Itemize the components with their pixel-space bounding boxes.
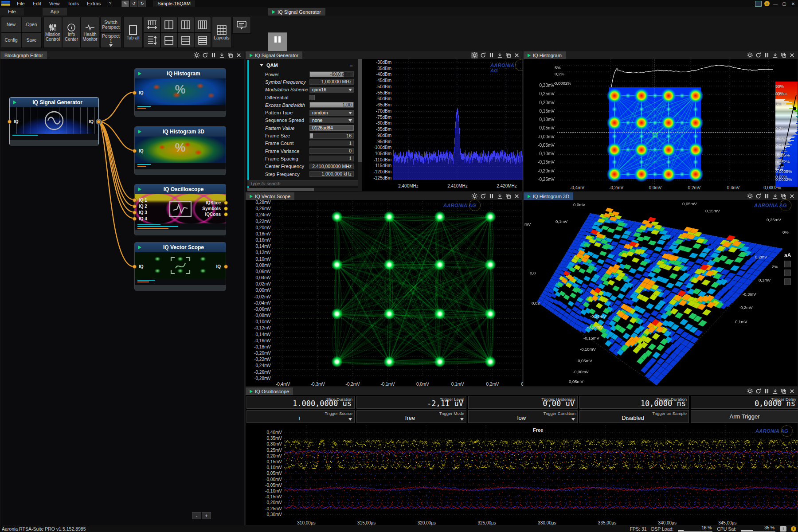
- tab-iq-oscilloscope[interactable]: IQ Oscilloscope: [246, 387, 293, 395]
- port-iqslice-out[interactable]: [224, 201, 228, 205]
- setting-control-excess-bandwidth[interactable]: 1,00: [309, 102, 354, 108]
- play-icon[interactable]: [138, 72, 141, 75]
- setting-control-frame-spacing[interactable]: 1: [309, 156, 354, 161]
- export-icon[interactable]: [496, 193, 503, 200]
- pause-icon[interactable]: [763, 52, 770, 59]
- screen-info-icon[interactable]: [755, 1, 762, 7]
- arm-trigger-button[interactable]: Arm Trigger: [691, 410, 798, 423]
- layout-list-rows-button[interactable]: [194, 32, 211, 48]
- open-button[interactable]: Open: [21, 17, 42, 32]
- settings-icon[interactable]: [471, 193, 478, 200]
- settings-icon[interactable]: [746, 52, 753, 59]
- notification-icon[interactable]: i: [791, 526, 796, 532]
- duplicate-icon[interactable]: [780, 52, 787, 59]
- settings-icon[interactable]: [746, 193, 753, 200]
- field-trigger-delay[interactable]: Trigger Delay0,0000 ns: [691, 396, 798, 409]
- view-tool-icon[interactable]: [784, 270, 791, 276]
- field-trigger-source[interactable]: Trigger Sourcei: [246, 410, 355, 423]
- port-iq-in[interactable]: [8, 120, 12, 124]
- duplicate-icon[interactable]: [780, 193, 787, 200]
- setting-control-pattern-value[interactable]: 0126ad84: [309, 125, 354, 131]
- undo-icon[interactable]: ↺: [130, 0, 137, 7]
- close-icon[interactable]: [788, 193, 795, 200]
- search-input[interactable]: Type to search: [247, 180, 359, 186]
- cursor-vertical[interactable]: [654, 59, 654, 184]
- field-trigger-mode[interactable]: Trigger Modefree: [356, 410, 466, 423]
- cursor-horizontal[interactable]: [557, 132, 774, 133]
- new-button[interactable]: New: [1, 17, 21, 32]
- oscilloscope-plot[interactable]: [284, 425, 798, 519]
- tab-blockgraph-editor[interactable]: Blockgraph Editor: [0, 51, 47, 59]
- setting-control-power[interactable]: -60,0 dBm: [309, 71, 354, 77]
- port-iqcons-out[interactable]: [224, 212, 228, 216]
- duplicate-icon[interactable]: [505, 52, 512, 59]
- reload-icon[interactable]: [755, 193, 762, 200]
- health-monitor-button[interactable]: Health Monitor: [81, 17, 99, 48]
- duplicate-icon[interactable]: [505, 193, 512, 200]
- field-slice-duration[interactable]: Slice Duration1.000,0000 us: [246, 396, 355, 409]
- setting-control-sequence-spread[interactable]: none: [309, 117, 354, 123]
- field-trigger-hysteresis[interactable]: Trigger Hysteresis0,00 uV: [468, 396, 578, 409]
- spectrum-plot[interactable]: [393, 59, 523, 183]
- node-iq-vector-scope[interactable]: IQ Vector Scope IQ IQ: [134, 242, 226, 290]
- minimize-button[interactable]: —: [772, 1, 778, 6]
- notification-icon[interactable]: i: [764, 1, 770, 6]
- font-size-tool[interactable]: aA: [784, 252, 791, 258]
- field-trigger-on-sample[interactable]: Trigger on SampleDisabled: [579, 410, 689, 423]
- ribbon-tab-app[interactable]: App: [43, 8, 67, 16]
- play-icon[interactable]: [138, 188, 141, 191]
- vertical-scrollbar[interactable]: [358, 59, 362, 192]
- save-button[interactable]: Save: [21, 32, 42, 48]
- comment-button[interactable]: [232, 17, 251, 34]
- node-iq-oscilloscope[interactable]: IQ Oscilloscope IQ 1 IQ 2 IQ 3 IQ 4 IQSl…: [134, 184, 226, 235]
- vector-scope-plot[interactable]: [272, 201, 523, 381]
- info-center-button[interactable]: Info Center: [62, 17, 81, 48]
- port-iq4-in[interactable]: [133, 217, 137, 221]
- pause-icon[interactable]: [763, 388, 770, 395]
- close-icon[interactable]: [235, 52, 242, 59]
- pause-icon[interactable]: [488, 52, 495, 59]
- duplicate-icon[interactable]: [780, 388, 787, 395]
- active-block-tab[interactable]: IQ Signal Generator: [268, 8, 325, 16]
- ribbon-tab-file[interactable]: File: [0, 8, 24, 16]
- layout-tab-stack-button[interactable]: [144, 32, 160, 48]
- tab-iq-histogram[interactable]: IQ Histogram: [524, 51, 566, 59]
- horizontal-scrollbar[interactable]: [247, 188, 359, 191]
- close-icon[interactable]: [788, 52, 795, 59]
- setting-control-modulation-scheme[interactable]: qam16: [309, 87, 354, 93]
- zoom-out-button[interactable]: -: [192, 512, 201, 519]
- play-icon[interactable]: [138, 246, 141, 249]
- node-iq-signal-generator[interactable]: IQ Signal Generator IQ IQ: [9, 97, 99, 145]
- setting-control-frame-size[interactable]: 16: [309, 133, 354, 139]
- port-iq-in[interactable]: [133, 265, 137, 269]
- export-icon[interactable]: [771, 193, 778, 200]
- menu-view[interactable]: View: [45, 0, 64, 7]
- config-button[interactable]: Config: [1, 32, 21, 48]
- layout-two-rows-button[interactable]: [160, 32, 177, 48]
- field-trigger-duration[interactable]: Trigger Duration10,0000 ns: [579, 396, 689, 409]
- view-tool-icon[interactable]: [784, 261, 791, 267]
- export-icon[interactable]: [771, 52, 778, 59]
- menu-edit[interactable]: Edit: [29, 0, 45, 7]
- pause-icon[interactable]: [488, 193, 495, 200]
- export-icon[interactable]: [218, 52, 225, 59]
- port-iq-out[interactable]: [97, 120, 101, 124]
- reload-icon[interactable]: [755, 52, 762, 59]
- menu-file[interactable]: File: [13, 0, 29, 7]
- setting-control-symbol-frequency[interactable]: 1,000000 MHz: [309, 79, 354, 85]
- reload-icon[interactable]: [479, 52, 486, 59]
- layout-three-columns-button[interactable]: [177, 17, 194, 32]
- settings-icon[interactable]: [193, 52, 200, 59]
- redo-icon[interactable]: ↻: [138, 0, 146, 7]
- port-iq1-in[interactable]: [133, 198, 137, 202]
- settings-icon[interactable]: [471, 52, 478, 59]
- switch-perspective-button[interactable]: Switch Perspect: [100, 17, 121, 32]
- layout-three-rows-button[interactable]: [177, 32, 194, 48]
- play-icon[interactable]: [138, 130, 141, 133]
- port-iq-out[interactable]: [224, 265, 228, 269]
- mission-control-button[interactable]: Mission Control: [43, 17, 62, 48]
- pause-icon[interactable]: [210, 52, 217, 59]
- menu-tools[interactable]: Tools: [63, 0, 83, 7]
- menu-icon[interactable]: ≡: [349, 62, 353, 68]
- tab-iq-vector-scope[interactable]: IQ Vector Scope: [246, 192, 294, 200]
